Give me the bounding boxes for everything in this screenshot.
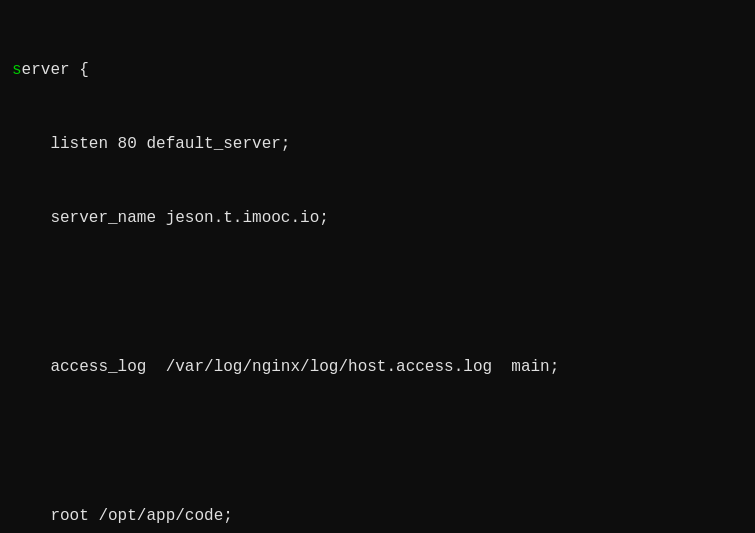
code-line-6 xyxy=(12,430,743,455)
terminal-window: server { listen 80 default_server; serve… xyxy=(0,0,755,533)
code-line-7: root /opt/app/code; xyxy=(12,504,743,529)
code-line-2: listen 80 default_server; xyxy=(12,132,743,157)
first-char: s xyxy=(12,61,22,79)
code-line-3: server_name jeson.t.imooc.io; xyxy=(12,206,743,231)
code-line-4 xyxy=(12,281,743,306)
code-line-5: access_log /var/log/nginx/log/host.acces… xyxy=(12,355,743,380)
rest-of-line: erver { xyxy=(22,61,89,79)
code-line-1: server { xyxy=(12,58,743,83)
